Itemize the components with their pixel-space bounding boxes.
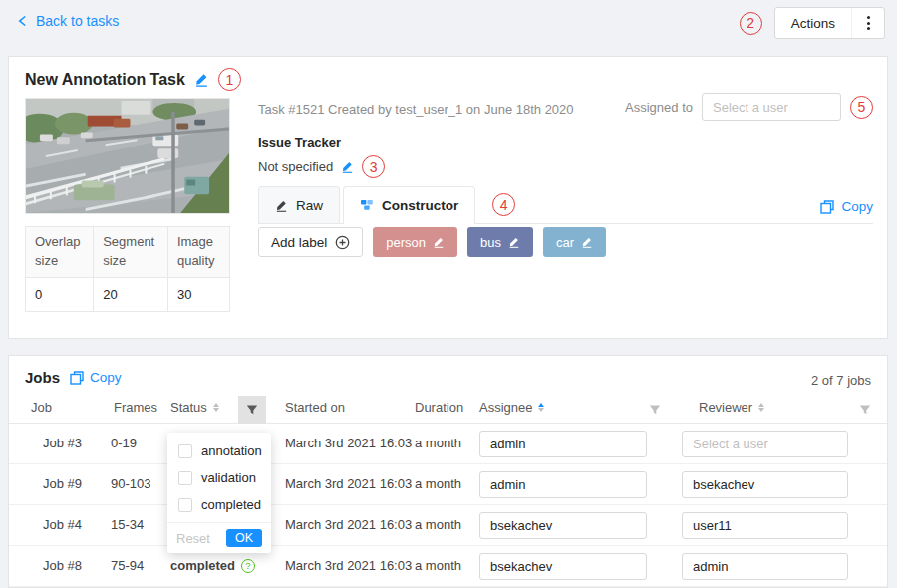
jobs-copy-label: Copy (90, 370, 122, 385)
duration-cell: a month (415, 436, 461, 450)
job-row-4: Job #4 15-34 March 3rd 2021 16:03 a mont… (9, 505, 887, 546)
constructor-block-icon (360, 198, 374, 212)
plus-circle-icon (335, 235, 350, 250)
kebab-menu-icon[interactable] (852, 8, 884, 38)
assignee-input[interactable] (479, 512, 647, 539)
task-title: New Annotation Task (25, 71, 185, 89)
annotation-badge-1: 1 (218, 68, 241, 91)
assigned-to-input[interactable] (702, 93, 841, 121)
reviewer-sort-icon[interactable] (758, 403, 764, 412)
param-value-overlap: 0 (26, 277, 94, 311)
assignee-sort-icon[interactable] (538, 403, 544, 412)
tab-raw-label: Raw (296, 198, 323, 213)
col-reviewer[interactable]: Reviewer (699, 400, 764, 415)
filter-reset-button[interactable]: Reset (176, 531, 210, 546)
param-value-segment: 20 (94, 277, 168, 311)
reviewer-input[interactable] (682, 431, 848, 457)
col-status[interactable]: Status (170, 400, 219, 415)
job-link[interactable]: Job #3 (43, 436, 82, 450)
back-to-tasks-link[interactable]: Back to tasks (18, 13, 119, 29)
add-label-text: Add label (271, 235, 327, 250)
label-tag-car-text: car (556, 235, 574, 250)
edit-label-icon[interactable] (433, 236, 445, 248)
jobs-copy-button[interactable]: Copy (70, 370, 122, 385)
started-cell: March 3rd 2021 16:03 (285, 436, 412, 450)
job-link[interactable]: Job #8 (43, 558, 82, 573)
filter-option-completed-label: completed (201, 497, 261, 512)
filter-option-validation-label: validation (201, 470, 256, 485)
tab-constructor[interactable]: Constructor (343, 186, 475, 223)
tab-constructor-label: Constructor (382, 198, 458, 213)
jobs-title: Jobs (25, 369, 60, 386)
jobs-table-header: Job Frames Status Started on Duration As… (9, 396, 887, 424)
label-tag-person[interactable]: person (373, 227, 457, 257)
question-circle-icon[interactable]: ? (241, 559, 255, 573)
annotation-badge-4: 4 (492, 193, 515, 216)
filter-option-completed[interactable]: completed (167, 491, 271, 518)
reviewer-input[interactable] (682, 471, 848, 498)
col-started: Started on (285, 400, 345, 415)
job-row-9: Job #9 90-103 March 3rd 2021 16:03 a mon… (9, 464, 887, 505)
edit-task-name-icon[interactable] (194, 72, 209, 87)
job-row-3: Job #3 0-19 March 3rd 2021 16:03 a month (9, 424, 887, 464)
task-preview-image (25, 98, 230, 214)
reviewer-filter-icon[interactable] (851, 396, 879, 424)
param-header-segment: Segment size (94, 227, 168, 278)
label-tag-car[interactable]: car (543, 227, 606, 257)
add-label-button[interactable]: Add label (258, 227, 363, 257)
filter-option-annotation[interactable]: annotation (167, 438, 271, 464)
pencil-icon (275, 199, 288, 212)
labels-tabs-bar: Raw Constructor 4 Copy (258, 186, 873, 224)
actions-button[interactable]: Actions (775, 8, 852, 38)
started-cell: March 3rd 2021 16:03 (285, 517, 412, 532)
task-details-card: New Annotation Task 1 (8, 56, 888, 339)
edit-label-icon[interactable] (508, 236, 520, 248)
labels-copy-button[interactable]: Copy (820, 199, 873, 214)
reviewer-input[interactable] (682, 512, 848, 539)
label-tag-person-text: person (386, 235, 426, 250)
tab-raw[interactable]: Raw (258, 186, 340, 223)
col-job: Job (31, 400, 52, 415)
back-to-tasks-label: Back to tasks (36, 13, 119, 29)
copy-icon (820, 200, 834, 214)
checkbox-validation[interactable] (178, 471, 192, 485)
filter-ok-button[interactable]: OK (226, 529, 262, 547)
label-tag-bus-text: bus (480, 235, 501, 250)
assignee-input[interactable] (479, 471, 647, 498)
reviewer-input[interactable] (682, 553, 848, 580)
task-params-table: Overlap size Segment size Image quality … (25, 226, 230, 312)
actions-button-group: Actions (774, 7, 885, 39)
edit-label-icon[interactable] (581, 236, 593, 248)
jobs-count: 2 of 7 jobs (811, 373, 871, 388)
copy-icon (70, 371, 84, 385)
assigned-to-label: Assigned to (625, 100, 693, 115)
edit-issue-tracker-icon[interactable] (341, 160, 354, 173)
assignee-filter-icon[interactable] (641, 396, 669, 424)
annotation-badge-5: 5 (850, 96, 873, 119)
labels-copy-label: Copy (841, 199, 873, 214)
assignee-input[interactable] (479, 553, 647, 580)
filter-option-validation[interactable]: validation (167, 464, 271, 491)
checkbox-annotation[interactable] (178, 444, 192, 458)
issue-tracker-label: Issue Tracker (258, 135, 341, 149)
job-link[interactable]: Job #9 (43, 476, 82, 491)
status-filter-icon[interactable] (238, 396, 266, 424)
assignee-input[interactable] (479, 431, 647, 457)
param-header-overlap: Overlap size (26, 227, 94, 278)
issue-tracker-value: Not specified (258, 159, 333, 174)
label-tag-bus[interactable]: bus (467, 227, 533, 257)
col-frames: Frames (114, 400, 157, 415)
col-duration: Duration (415, 400, 463, 415)
duration-cell: a month (415, 517, 461, 532)
job-row-8: Job #8 75-94 completed ? March 3rd 2021 … (9, 546, 887, 587)
status-cell: completed ? (170, 558, 255, 573)
annotation-badge-3: 3 (362, 155, 385, 178)
jobs-card: Jobs Copy 2 of 7 jobs Job Frames Status … (8, 355, 888, 588)
frames-cell: 15-34 (111, 517, 144, 532)
job-link[interactable]: Job #4 (43, 517, 82, 532)
duration-cell: a month (415, 558, 461, 573)
checkbox-completed[interactable] (178, 498, 192, 512)
status-sort-icon[interactable] (213, 403, 219, 412)
task-meta-text: Task #1521 Created by test_user_1 on Jun… (258, 102, 574, 117)
col-assignee[interactable]: Assignee (479, 400, 544, 415)
